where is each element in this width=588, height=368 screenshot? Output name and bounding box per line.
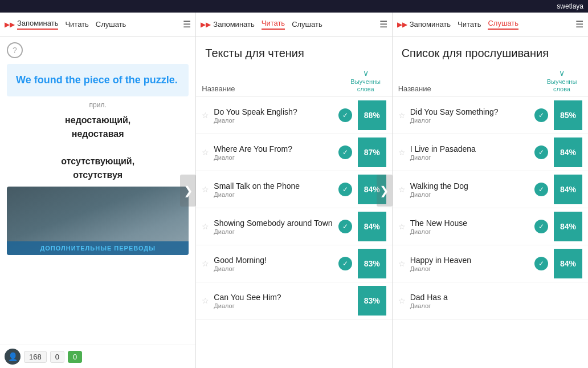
panel2-list: ☆ Do You Speak English? Диалог ✓ 88% ☆ W… — [196, 97, 391, 320]
row-info: Showing Somebody around Town Диалог — [214, 218, 338, 235]
row-title: Can You See Him? — [214, 292, 355, 302]
score-cell: 84% — [554, 212, 582, 241]
score-cell: 83% — [358, 249, 386, 278]
row-title: Dad Has a — [410, 292, 552, 302]
hamburger-icon-1[interactable]: ☰ — [183, 19, 191, 30]
panel1-chevron-right[interactable]: ❯ — [180, 175, 196, 207]
panel3-nav-listen[interactable]: Слушать — [488, 19, 518, 30]
panels-container: ▶▶ Запоминать Читать Слушать ☰ ? We foun… — [0, 13, 588, 368]
panel3-nav-read[interactable]: Читать — [458, 20, 481, 29]
panel2-chevron-right[interactable]: ❯ — [377, 175, 393, 207]
panel1-nav-listen[interactable]: Слушать — [96, 20, 126, 29]
list-item[interactable]: ☆ Can You See Him? Диалог 83% — [196, 282, 391, 320]
score-cell: 88% — [358, 100, 386, 130]
star-icon[interactable]: ☆ — [398, 296, 406, 305]
panel1-bottom-bar: 👤 168 0 0 — [0, 345, 195, 368]
row-subtitle: Диалог — [410, 302, 552, 309]
star-icon[interactable]: ☆ — [202, 296, 209, 305]
trans-line-3: отсутствующий, — [7, 155, 189, 168]
list-item[interactable]: ☆ I Live in Pasadena Диалог ✓ 84% — [393, 134, 588, 171]
question-icon[interactable]: ? — [7, 42, 23, 58]
row-info: The New House Диалог — [410, 218, 534, 235]
row-title: I Live in Pasadena — [410, 144, 534, 154]
translation-text: недостающий, недоставая отсутствующий, о… — [7, 114, 189, 182]
panel3-list: ☆ Did You Say Something? Диалог ✓ 85% ☆ … — [393, 97, 588, 320]
sentence-text: We found the piece of the puzzle. — [16, 73, 179, 87]
scroll-indicator-2[interactable]: ∨ — [363, 68, 369, 78]
row-title: Happy in Heaven — [410, 255, 534, 265]
check-icon: ✓ — [534, 183, 548, 196]
list-item[interactable]: ☆ The New House Диалог ✓ 84% — [393, 208, 588, 245]
panel3-nav-arrow: ▶▶ — [397, 21, 407, 29]
sentence-box: We found the piece of the puzzle. — [7, 64, 189, 96]
row-title: Walking the Dog — [410, 181, 534, 191]
row-info: Dad Has a Диалог — [410, 292, 552, 309]
col-name-3: Название — [398, 84, 541, 93]
hamburger-icon-3[interactable]: ☰ — [575, 19, 583, 30]
list-item[interactable]: ☆ Did You Say Something? Диалог ✓ 85% — [393, 97, 588, 134]
additional-translations-label[interactable]: ДОПОЛНИТЕЛЬНЫЕ ПЕРЕВОДЫ — [7, 241, 189, 255]
row-info: I Live in Pasadena Диалог — [410, 144, 534, 161]
list-item[interactable]: ☆ Walking the Dog Диалог ✓ 84% — [393, 171, 588, 208]
panel3-nav: ▶▶ Запоминать Читать Слушать ☰ — [393, 13, 588, 37]
list-item[interactable]: ☆ Small Talk on the Phone Диалог ✓ 84% — [196, 171, 391, 208]
col-score-3: ∨ Выученны слова — [541, 68, 582, 93]
star-icon[interactable]: ☆ — [202, 185, 209, 194]
panel2-nav-listen[interactable]: Слушать — [292, 20, 322, 29]
panel2-nav-memorize[interactable]: Запоминать — [213, 20, 254, 29]
hamburger-icon-2[interactable]: ☰ — [379, 19, 387, 30]
list-item[interactable]: ☆ Good Morning! Диалог ✓ 83% — [196, 245, 391, 282]
list-item[interactable]: ☆ Showing Somebody around Town Диалог ✓ … — [196, 208, 391, 245]
panel3-list-header: Название ∨ Выученны слова — [393, 65, 588, 97]
trans-line-1: недостающий, — [7, 114, 189, 127]
panel3-nav-memorize[interactable]: Запоминать — [410, 20, 451, 29]
score-cell: 83% — [358, 286, 386, 316]
star-icon[interactable]: ☆ — [202, 148, 209, 157]
panel1-nav-read[interactable]: Читать — [65, 20, 88, 29]
row-subtitle: Диалог — [214, 302, 355, 309]
check-icon: ✓ — [534, 220, 548, 233]
username: swetlaya — [557, 2, 583, 10]
star-icon[interactable]: ☆ — [398, 111, 406, 120]
panel1-nav-arrow: ▶▶ — [5, 21, 15, 29]
row-info: Can You See Him? Диалог — [214, 292, 355, 309]
panel1-nav: ▶▶ Запоминать Читать Слушать ☰ — [0, 13, 195, 37]
score-cell: 84% — [358, 212, 386, 241]
star-icon[interactable]: ☆ — [398, 259, 406, 268]
star-icon[interactable]: ☆ — [202, 222, 209, 231]
panel-listen: ▶▶ Запоминать Читать Слушать ☰ Список дл… — [393, 13, 588, 368]
score-cell: 84% — [554, 138, 582, 167]
pos-label: прил. — [0, 101, 195, 109]
row-info: Walking the Dog Диалог — [410, 181, 534, 198]
star-icon[interactable]: ☆ — [202, 111, 209, 120]
image-box: ДОПОЛНИТЕЛЬНЫЕ ПЕРЕВОДЫ — [7, 187, 189, 255]
list-item[interactable]: ☆ Dad Has a Диалог — [393, 282, 588, 320]
list-item[interactable]: ☆ Happy in Heaven Диалог ✓ 84% — [393, 245, 588, 282]
scroll-indicator-3[interactable]: ∨ — [559, 68, 565, 78]
star-icon[interactable]: ☆ — [398, 222, 406, 231]
star-icon[interactable]: ☆ — [398, 185, 406, 194]
list-item[interactable]: ☆ Do You Speak English? Диалог ✓ 88% — [196, 97, 391, 134]
row-title: Did You Say Something? — [410, 107, 534, 117]
star-icon[interactable]: ☆ — [202, 259, 209, 268]
row-info: Did You Say Something? Диалог — [410, 107, 534, 124]
row-title: Good Morning! — [214, 255, 338, 265]
row-title: Small Talk on the Phone — [214, 181, 338, 191]
row-subtitle: Диалог — [410, 191, 534, 198]
list-item[interactable]: ☆ Where Are You From? Диалог ✓ 87% — [196, 134, 391, 171]
score-cell: 85% — [554, 100, 582, 130]
check-icon: ✓ — [534, 108, 548, 122]
panel1-content: ? We found the piece of the puzzle. прил… — [0, 37, 195, 345]
panel2-nav-arrow: ▶▶ — [201, 21, 211, 29]
score-2: 0 — [50, 351, 64, 363]
panel2-nav-read[interactable]: Читать — [262, 19, 285, 30]
trans-line-2: недоставая — [7, 127, 189, 141]
row-subtitle: Диалог — [214, 117, 338, 124]
panel3-title: Список для прослушивания — [393, 37, 588, 65]
star-icon[interactable]: ☆ — [398, 148, 406, 157]
row-info: Good Morning! Диалог — [214, 255, 338, 272]
panel1-nav-memorize[interactable]: Запоминать — [17, 19, 58, 30]
panel2-nav: ▶▶ Запоминать Читать Слушать ☰ — [196, 13, 391, 37]
row-subtitle: Диалог — [410, 228, 534, 235]
row-title: Where Are You From? — [214, 144, 338, 154]
